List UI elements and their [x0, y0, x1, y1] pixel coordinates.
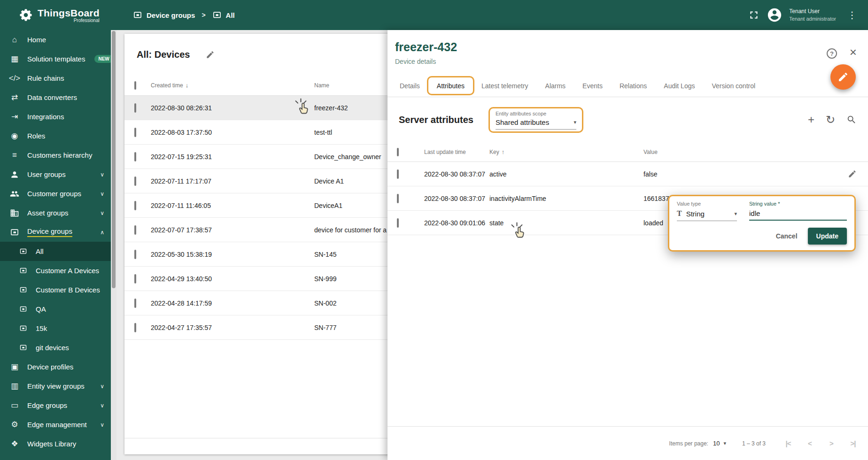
details-tabs: Details Attributes Latest telemetry Alar…: [388, 75, 868, 97]
sidebar-item-roles[interactable]: ◉ Roles: [0, 126, 111, 146]
sidebar-item-data-converters[interactable]: ⇄ Data converters: [0, 88, 111, 107]
home-icon: ⌂: [9, 35, 20, 45]
attributes-actions: + ↻: [808, 114, 857, 125]
attributes-scope-select[interactable]: Entity attributes scope Shared attribute…: [496, 111, 576, 130]
sidebar-item-edge-management[interactable]: ⚙ Edge management ∨: [0, 415, 111, 434]
edit-device-fab[interactable]: [830, 64, 856, 90]
last-page-button[interactable]: >|: [846, 439, 860, 447]
row-checkbox[interactable]: [397, 194, 399, 203]
tab-details[interactable]: Details: [391, 75, 428, 97]
string-value-input[interactable]: [749, 207, 847, 221]
row-checkbox[interactable]: [397, 169, 399, 179]
sidebar-item-dashboard-groups[interactable]: ◫ Dashboard groups ∨: [0, 453, 111, 460]
cancel-button[interactable]: Cancel: [769, 228, 804, 244]
created-time-cell: 2022-04-28 14:17:59: [151, 299, 314, 307]
chevron-down-icon: ∨: [100, 191, 104, 197]
row-checkbox[interactable]: [134, 152, 136, 161]
tab-version-control[interactable]: Version control: [703, 75, 764, 97]
row-checkbox[interactable]: [134, 299, 136, 308]
last-update-cell: 2022-08-30 08:37:07: [424, 170, 489, 178]
dashboard-icon: ◫: [9, 458, 20, 460]
tab-alarms[interactable]: Alarms: [537, 75, 574, 97]
breadcrumb-item-all[interactable]: All: [212, 10, 235, 20]
router-icon: ▭: [9, 400, 20, 410]
first-page-button[interactable]: |<: [782, 439, 795, 447]
attribute-row[interactable]: 2022-08-30 08:37:07 active false: [388, 162, 868, 186]
device-group-icon: [18, 267, 28, 275]
sidebar-item-rule-chains[interactable]: </> Rule chains: [0, 69, 111, 88]
row-checkbox[interactable]: [134, 250, 136, 259]
row-checkbox[interactable]: [134, 128, 136, 137]
sidebar-item-home[interactable]: ⌂ Home: [0, 30, 111, 49]
sidebar-item-all[interactable]: All: [0, 242, 111, 261]
sidebar-item-customer-a-devices[interactable]: Customer A Devices: [0, 261, 111, 280]
items-per-page-select[interactable]: 10 ▾: [713, 440, 726, 447]
sidebar-item-asset-groups[interactable]: Asset groups ∨: [0, 203, 111, 222]
sidebar-item-customer-groups[interactable]: Customer groups ∨: [0, 184, 111, 203]
sidebar-item-edge-groups[interactable]: ▭ Edge groups ∨: [0, 396, 111, 415]
row-checkbox[interactable]: [134, 103, 136, 113]
sidebar-item-customer-b-devices[interactable]: Customer B Devices: [0, 280, 111, 299]
row-checkbox[interactable]: [134, 274, 136, 284]
annotation-highlight: Entity attributes scope Shared attribute…: [488, 107, 583, 133]
tab-latest-telemetry[interactable]: Latest telemetry: [473, 75, 537, 97]
sidebar-item-integrations[interactable]: ⇥ Integrations: [0, 107, 111, 126]
sidebar-item-device-profiles[interactable]: ▣ Device profiles: [0, 357, 111, 376]
more-menu-button[interactable]: ⋮: [843, 9, 861, 21]
sidebar-item-device-groups[interactable]: Device groups ∧: [0, 222, 111, 242]
next-page-button[interactable]: >: [825, 439, 838, 447]
tab-relations[interactable]: Relations: [611, 75, 655, 97]
page-range-label: 1 – 3 of 3: [742, 440, 766, 447]
sidebar-item-entity-view-groups[interactable]: ▥ Entity view groups ∨: [0, 376, 111, 396]
add-attribute-button[interactable]: +: [808, 114, 814, 125]
sidebar-item-user-groups[interactable]: User groups ∨: [0, 165, 111, 184]
select-all-checkbox[interactable]: [134, 81, 136, 90]
select-all-checkbox[interactable]: [397, 148, 399, 156]
sidebar-item-qa[interactable]: QA: [0, 299, 111, 319]
value-type-select[interactable]: Value type T String ▾: [677, 201, 737, 221]
sidebar-item-15k[interactable]: 15k: [0, 319, 111, 338]
brand-logo[interactable]: ThingsBoard Professional: [0, 8, 111, 23]
breadcrumb-separator: >: [202, 11, 205, 19]
previous-page-button[interactable]: <: [803, 439, 816, 447]
edit-attribute-button[interactable]: [848, 169, 857, 178]
help-button[interactable]: ?: [827, 48, 837, 59]
column-header-last-update[interactable]: Last update time: [424, 149, 489, 155]
row-checkbox[interactable]: [134, 176, 136, 186]
dropdown-arrow-icon: ▾: [574, 119, 576, 125]
search-button[interactable]: [846, 115, 857, 125]
column-header-value[interactable]: Value: [643, 149, 868, 155]
row-checkbox[interactable]: [134, 323, 136, 332]
column-header-created-time[interactable]: Created time ↓: [151, 82, 314, 89]
tab-events[interactable]: Events: [574, 75, 611, 97]
user-avatar[interactable]: [767, 7, 783, 23]
created-time-cell: 2022-04-29 13:40:50: [151, 275, 314, 283]
pencil-icon: [206, 50, 215, 59]
sort-asc-icon: ↑: [502, 148, 505, 155]
sidebar-item-git-devices[interactable]: git devices: [0, 338, 111, 357]
fullscreen-button[interactable]: [748, 9, 760, 21]
sidebar-item-widgets-library[interactable]: ❖ Widgets Library: [0, 434, 111, 453]
update-button[interactable]: Update: [808, 228, 847, 245]
breadcrumb-item-device-groups[interactable]: Device groups: [133, 10, 195, 20]
sidebar-scrollbar: [111, 30, 116, 460]
tab-attributes[interactable]: Attributes: [428, 75, 473, 97]
column-header-key[interactable]: Key ↑: [489, 148, 643, 155]
sidebar-item-customers-hierarchy[interactable]: ≡ Customers hierarchy: [0, 146, 111, 165]
devices-title: All: Devices: [137, 49, 190, 60]
panel-subtitle: Device details: [395, 58, 857, 65]
row-checkbox[interactable]: [134, 201, 136, 210]
refresh-button[interactable]: ↻: [826, 114, 835, 125]
settings-antenna-icon: ⚙: [9, 420, 20, 429]
edit-group-name-button[interactable]: [206, 50, 215, 59]
created-time-cell: 2022-08-03 17:37:50: [151, 129, 314, 136]
tab-audit-logs[interactable]: Audit Logs: [655, 75, 703, 97]
row-checkbox[interactable]: [134, 225, 136, 235]
sidebar-item-solution-templates[interactable]: ▦ Solution templates NEW: [0, 49, 111, 69]
security-badge-icon: ◉: [9, 131, 20, 141]
entity-view-icon: ▥: [9, 381, 20, 391]
close-button[interactable]: ×: [850, 46, 857, 58]
row-checkbox[interactable]: [397, 218, 399, 228]
scrollbar-thumb[interactable]: [112, 31, 116, 288]
search-icon: [846, 115, 857, 125]
